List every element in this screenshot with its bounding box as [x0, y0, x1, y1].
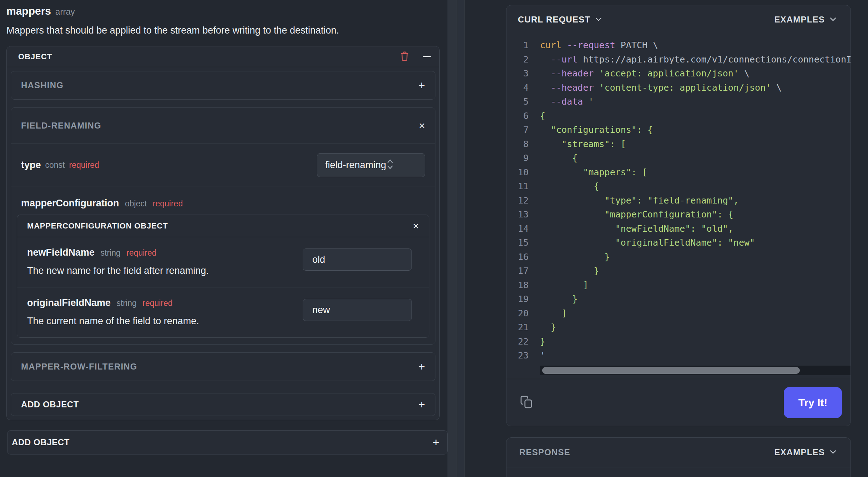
- add-object-inner-button[interactable]: +: [418, 399, 425, 410]
- delete-object-button[interactable]: [400, 51, 409, 62]
- mapper-configuration-row: mapperConfiguration object required: [11, 186, 435, 215]
- trash-icon: [400, 51, 409, 62]
- new-field-name-kind: string: [101, 248, 121, 257]
- original-field-name-row: originalFieldName string required The cu…: [17, 287, 429, 337]
- add-object-outer[interactable]: ADD OBJECT +: [7, 430, 448, 455]
- code-line: 20 ]: [506, 306, 851, 321]
- type-property-row: type const required field-renaming: [11, 144, 435, 186]
- code-lines: 1curl --request PATCH \2 --url https://a…: [506, 30, 851, 363]
- chevron-down-icon: [830, 450, 836, 455]
- scrollbar-track[interactable]: [448, 0, 457, 477]
- type-select[interactable]: field-renaming: [317, 153, 425, 177]
- new-field-name-row: newFieldName string required The new nam…: [17, 237, 429, 287]
- property-type-badge: array: [55, 7, 75, 16]
- examples-dropdown[interactable]: EXAMPLES: [774, 15, 836, 25]
- plus-icon: +: [418, 80, 425, 91]
- original-field-name-label: originalFieldName: [27, 297, 111, 308]
- plus-icon: +: [433, 437, 439, 448]
- object-card-body: HASHING + FIELD-RENAMING × type: [7, 67, 439, 420]
- code-line: 22}: [506, 335, 851, 349]
- new-field-name-input[interactable]: [303, 248, 412, 271]
- response-panel: RESPONSE EXAMPLES: [506, 437, 851, 477]
- code-line: 18 ]: [506, 278, 851, 292]
- code-line: 15 "originalFieldName": "new": [506, 236, 851, 250]
- object-card-title: OBJECT: [18, 52, 52, 61]
- plus-icon: +: [418, 399, 425, 410]
- add-mapper-row-filtering-button[interactable]: +: [418, 361, 425, 372]
- field-renaming-header: FIELD-RENAMING ×: [11, 108, 435, 144]
- close-mapper-configuration-button[interactable]: ×: [413, 221, 419, 231]
- code-line: 9 {: [506, 151, 851, 165]
- try-it-button[interactable]: Try It!: [784, 387, 842, 418]
- code-line: 2 --url https://api.airbyte.com/v1/conne…: [506, 52, 851, 67]
- minus-icon: [423, 56, 431, 57]
- add-object-inner[interactable]: ADD OBJECT +: [11, 393, 435, 416]
- add-object-outer-label: ADD OBJECT: [12, 437, 70, 447]
- code-line: 12 "type": "field-renaming",: [506, 194, 851, 208]
- examples-label: EXAMPLES: [774, 15, 825, 25]
- code-line: 7 "configurations": {: [506, 123, 851, 137]
- curl-request-title: CURL REQUEST: [518, 15, 590, 25]
- panel-divider: [447, 0, 465, 477]
- close-icon: ×: [419, 120, 425, 131]
- response-title: RESPONSE: [519, 447, 570, 457]
- chevron-down-icon: [595, 17, 602, 22]
- code-line: 5 --data ': [506, 95, 851, 109]
- type-select-value: field-renaming: [325, 160, 386, 171]
- object-card: OBJECT: [6, 46, 440, 420]
- section-mapper-row-filtering[interactable]: MAPPER-ROW-FILTERING +: [11, 352, 435, 381]
- divider-strip: [458, 0, 465, 477]
- code-line: 21 }: [506, 320, 851, 335]
- plus-icon: +: [418, 361, 425, 372]
- original-field-name-kind: string: [117, 298, 137, 308]
- copy-icon: [519, 395, 534, 410]
- property-description: Mappers that should be applied to the st…: [6, 25, 440, 36]
- code-line: 6{: [506, 109, 851, 123]
- curl-request-dropdown[interactable]: CURL REQUEST: [518, 15, 602, 25]
- horizontal-scrollbar[interactable]: [540, 366, 851, 375]
- type-property-kind: const: [45, 160, 65, 170]
- chevron-down-icon: [830, 17, 836, 22]
- code-line: 10 "mappers": [: [506, 165, 851, 180]
- code-line: 3 --header 'accept: application/json' \: [506, 66, 851, 81]
- page-title: mappersarray: [6, 5, 440, 17]
- property-name: mappers: [6, 5, 51, 17]
- add-hashing-button[interactable]: +: [418, 80, 425, 91]
- mapper-configuration-card: MAPPERCONFIGURATION OBJECT × newFieldNam…: [17, 215, 429, 338]
- code-line: 4 --header 'content-type: application/js…: [506, 81, 851, 95]
- section-hashing-label: HASHING: [21, 80, 64, 90]
- curl-request-panel: CURL REQUEST EXAMPLES 1curl --request PA…: [506, 5, 851, 426]
- mapper-configuration-card-title: MAPPERCONFIGURATION OBJECT: [27, 221, 168, 231]
- code-line: 23': [506, 348, 851, 363]
- curl-request-header: CURL REQUEST EXAMPLES: [506, 5, 851, 30]
- code-line: 14 "newFieldName": "old",: [506, 222, 851, 236]
- add-object-inner-label: ADD OBJECT: [21, 400, 79, 410]
- add-object-outer-button[interactable]: +: [433, 437, 439, 448]
- mapper-configuration-name: mapperConfiguration: [21, 198, 119, 209]
- copy-code-button[interactable]: [519, 395, 534, 410]
- object-card-header: OBJECT: [7, 46, 439, 67]
- section-hashing[interactable]: HASHING +: [11, 71, 435, 100]
- code-line: 1curl --request PATCH \: [506, 38, 851, 52]
- horizontal-scrollbar-thumb[interactable]: [542, 367, 800, 374]
- new-field-name-required: required: [126, 248, 156, 257]
- select-chevrons-icon: [386, 158, 394, 172]
- new-field-name-description: The new name for the field after renamin…: [27, 265, 209, 276]
- section-mapper-row-filtering-label: MAPPER-ROW-FILTERING: [21, 362, 137, 372]
- response-header: RESPONSE EXAMPLES: [506, 438, 851, 467]
- code-line: 13 "mapperConfiguration": {: [506, 207, 851, 222]
- type-property-required: required: [69, 160, 99, 170]
- collapse-object-button[interactable]: [423, 56, 431, 57]
- section-field-renaming: FIELD-RENAMING × type const required fie…: [11, 107, 435, 345]
- column-divider-line: [490, 0, 490, 477]
- curl-request-footer: Try It!: [506, 379, 851, 426]
- code-line: 19 }: [506, 292, 851, 306]
- remove-field-renaming-button[interactable]: ×: [419, 120, 425, 131]
- schema-panel: mappersarray Mappers that should be appl…: [0, 0, 447, 477]
- response-examples-label: EXAMPLES: [774, 447, 825, 457]
- original-field-name-input[interactable]: [303, 299, 412, 321]
- close-icon: ×: [413, 221, 419, 231]
- mapper-configuration-kind: object: [125, 199, 147, 208]
- type-property-name: type: [21, 160, 41, 171]
- response-examples-dropdown[interactable]: EXAMPLES: [774, 447, 836, 457]
